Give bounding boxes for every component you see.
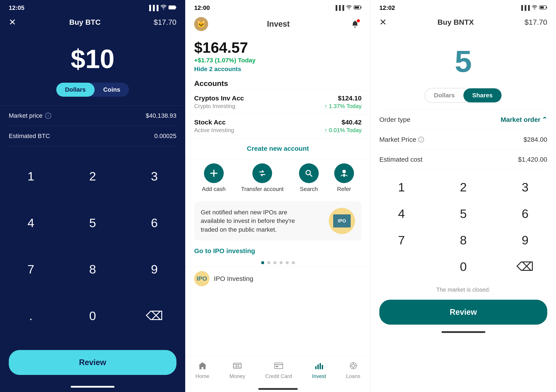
page-title-3: Buy BNTX: [437, 18, 474, 26]
balance-display-3: $17.70: [525, 18, 547, 26]
p3-key-2[interactable]: 2: [432, 174, 494, 200]
nav-invest[interactable]: Invest: [312, 360, 326, 379]
p3-key-8[interactable]: 8: [432, 227, 494, 253]
key-8[interactable]: 8: [62, 246, 124, 293]
credit-card-nav-label: Credit Card: [265, 373, 292, 379]
hide-accounts-link[interactable]: Hide 2 accounts: [194, 66, 362, 73]
market-price-value-1: $40,138.93: [146, 112, 177, 119]
nav-home[interactable]: Home: [195, 360, 209, 379]
key-6[interactable]: 6: [124, 199, 185, 246]
p3-key-5[interactable]: 5: [432, 200, 494, 227]
account-row-2[interactable]: Stock Acc Active Investing $40.42 ↑ 0.01…: [185, 114, 370, 138]
p3-key-9[interactable]: 9: [494, 227, 556, 253]
p3-key-1[interactable]: 1: [371, 174, 432, 200]
loans-icon: [348, 360, 359, 371]
dot-2[interactable]: [267, 261, 270, 264]
nav-bar-2: 🐱 Invest: [185, 14, 370, 35]
wifi-icon-3: [532, 5, 538, 11]
home-indicator-1: [71, 386, 115, 388]
status-icons-2: ▐▐▐: [334, 5, 362, 11]
battery-icon: [169, 5, 177, 11]
p3-key-0[interactable]: 0: [432, 253, 494, 280]
ipo-link[interactable]: Go to IPO investing: [185, 245, 370, 259]
dot-5[interactable]: [286, 261, 289, 264]
key-3[interactable]: 3: [124, 153, 185, 199]
search-action-icon: [299, 163, 319, 183]
order-type-row: Order type Market order ⌃: [379, 109, 547, 130]
info-icon-1[interactable]: i: [45, 113, 51, 119]
estimated-cost-label: Estimated cost: [379, 156, 423, 163]
dot-3[interactable]: [273, 261, 277, 264]
toggle-dollars-3[interactable]: Dollars: [425, 88, 463, 102]
p3-key-7[interactable]: 7: [371, 227, 432, 253]
svg-point-22: [352, 364, 355, 367]
order-type-text: Market order: [501, 116, 541, 123]
svg-rect-18: [317, 364, 319, 369]
status-bar-2: 12:00 ▐▐▐: [185, 0, 370, 14]
account-name-1: Cryptos Inv Acc: [194, 95, 244, 102]
create-account-button[interactable]: Create new account: [185, 138, 370, 159]
key-9[interactable]: 9: [124, 246, 185, 293]
svg-rect-17: [315, 366, 317, 369]
svg-rect-16: [276, 366, 278, 367]
key-7[interactable]: 7: [0, 246, 62, 293]
toggle-shares-3[interactable]: Shares: [463, 88, 501, 102]
p3-key-3[interactable]: 3: [494, 174, 556, 200]
page-title-2: Invest: [267, 19, 290, 29]
key-dot[interactable]: .: [0, 293, 62, 339]
estimated-cost-value: $1,420.00: [518, 156, 547, 163]
key-backspace[interactable]: ⌫: [124, 293, 185, 339]
close-button-3[interactable]: ✕: [379, 17, 387, 27]
review-button-1[interactable]: Review: [9, 350, 177, 375]
market-closed-notice: The market is closed.: [371, 284, 556, 297]
dot-1[interactable]: [261, 261, 264, 264]
key-2[interactable]: 2: [62, 153, 124, 199]
ipo-flag: IPO: [333, 214, 351, 227]
key-0[interactable]: 0: [62, 293, 124, 339]
account-row-1[interactable]: Cryptos Inv Acc Crypto Investing $124.10…: [185, 90, 370, 114]
order-type-value[interactable]: Market order ⌃: [501, 116, 547, 123]
key-1[interactable]: 1: [0, 153, 62, 199]
add-cash-action[interactable]: Add cash: [202, 163, 225, 193]
home-indicator-2: [258, 388, 298, 390]
search-action-label: Search: [300, 186, 318, 193]
search-action[interactable]: Search: [299, 163, 319, 193]
avatar-2[interactable]: 🐱: [194, 17, 208, 31]
dot-4[interactable]: [279, 261, 283, 264]
accounts-section-title: Accounts: [185, 75, 370, 90]
wifi-icon: [160, 5, 167, 11]
toggle-group-1: Dollars Coins: [0, 83, 185, 97]
market-price-label-1: Market price i: [9, 112, 51, 119]
invest-nav-label: Invest: [312, 373, 326, 379]
p3-key-backspace[interactable]: ⌫: [494, 253, 556, 280]
transfer-account-action[interactable]: Transfer account: [241, 163, 284, 193]
status-bar-3: 12:02 ▐▐▐: [371, 0, 556, 14]
close-button-1[interactable]: ✕: [9, 17, 16, 27]
add-cash-icon: [204, 163, 224, 183]
p3-key-4[interactable]: 4: [371, 200, 432, 227]
balance-change-2: +$1.73 (1.07%) Today: [194, 57, 362, 64]
notification-dot: [357, 19, 360, 22]
refer-action[interactable]: Refer: [334, 163, 354, 193]
nav-credit-card[interactable]: Credit Card: [265, 360, 292, 379]
nav-money[interactable]: Money: [229, 360, 245, 379]
signal-icon-2: ▐▐▐: [334, 5, 344, 11]
estimated-value-1: 0.00025: [154, 133, 177, 140]
svg-rect-28: [540, 6, 544, 8]
nav-loans[interactable]: Loans: [346, 360, 360, 379]
review-button-3[interactable]: Review: [379, 300, 547, 325]
p3-key-6[interactable]: 6: [494, 200, 556, 227]
key-5[interactable]: 5: [62, 199, 124, 246]
info-icon-3[interactable]: i: [418, 137, 424, 143]
dot-6[interactable]: [292, 261, 295, 264]
ipo-investing-row[interactable]: IPO IPO Investing: [185, 266, 370, 291]
status-icons-3: ▐▐▐: [519, 5, 547, 11]
key-4[interactable]: 4: [0, 199, 62, 246]
toggle-dollars-1[interactable]: Dollars: [56, 83, 95, 97]
promo-text: Get notified when new IPOs are available…: [201, 208, 306, 234]
svg-rect-29: [546, 7, 547, 8]
notification-bell[interactable]: [348, 17, 362, 31]
order-type-label: Order type: [379, 116, 410, 123]
toggle-coins-1[interactable]: Coins: [95, 83, 129, 97]
svg-rect-19: [320, 363, 321, 369]
